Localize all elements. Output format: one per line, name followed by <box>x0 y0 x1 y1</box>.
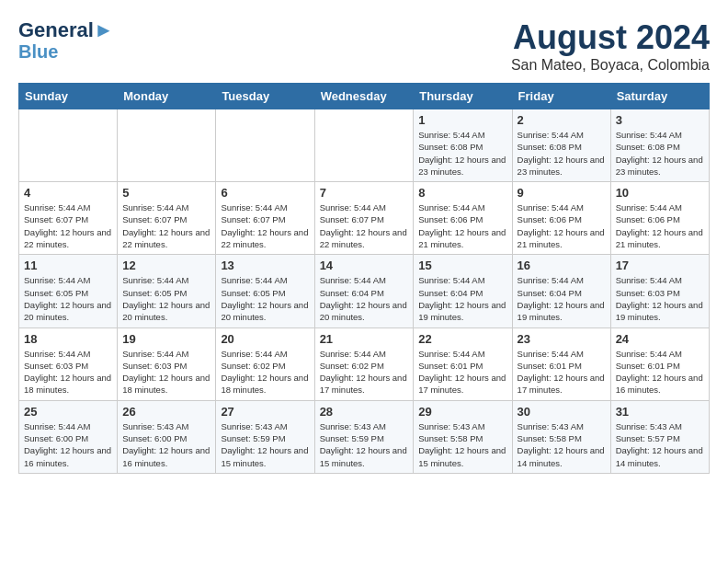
day-info: Sunrise: 5:43 AMSunset: 5:58 PMDaylight:… <box>518 420 606 469</box>
weekday-header-row: SundayMondayTuesdayWednesdayThursdayFrid… <box>19 84 710 109</box>
calendar-cell: 7Sunrise: 5:44 AMSunset: 6:07 PMDaylight… <box>314 182 414 255</box>
calendar-cell: 23Sunrise: 5:44 AMSunset: 6:01 PMDayligh… <box>512 327 610 400</box>
calendar-cell: 4Sunrise: 5:44 AMSunset: 6:07 PMDaylight… <box>19 182 118 255</box>
day-number: 10 <box>616 186 704 200</box>
calendar-cell: 3Sunrise: 5:44 AMSunset: 6:08 PMDaylight… <box>610 109 709 182</box>
day-info: Sunrise: 5:44 AMSunset: 6:05 PMDaylight:… <box>24 274 112 323</box>
day-info: Sunrise: 5:44 AMSunset: 6:08 PMDaylight:… <box>418 129 506 178</box>
day-number: 22 <box>418 332 506 346</box>
calendar-week-4: 18Sunrise: 5:44 AMSunset: 6:03 PMDayligh… <box>19 327 710 400</box>
calendar-cell: 6Sunrise: 5:44 AMSunset: 6:07 PMDaylight… <box>216 182 314 255</box>
calendar-cell: 1Sunrise: 5:44 AMSunset: 6:08 PMDaylight… <box>414 109 512 182</box>
calendar-cell <box>216 109 314 182</box>
day-info: Sunrise: 5:44 AMSunset: 6:02 PMDaylight:… <box>221 348 309 396</box>
page-header: General► Blue August 2024 San Mateo, Boy… <box>18 18 710 74</box>
title-area: August 2024 San Mateo, Boyaca, Colombia <box>511 18 710 74</box>
day-info: Sunrise: 5:44 AMSunset: 6:05 PMDaylight:… <box>122 274 210 323</box>
calendar-cell: 31Sunrise: 5:43 AMSunset: 5:57 PMDayligh… <box>610 400 709 473</box>
calendar-cell: 20Sunrise: 5:44 AMSunset: 6:02 PMDayligh… <box>216 327 314 400</box>
day-number: 11 <box>24 259 112 272</box>
calendar-cell: 18Sunrise: 5:44 AMSunset: 6:03 PMDayligh… <box>19 327 118 400</box>
day-number: 24 <box>616 332 704 346</box>
month-title: August 2024 <box>511 18 710 57</box>
day-info: Sunrise: 5:44 AMSunset: 6:04 PMDaylight:… <box>518 274 606 323</box>
day-info: Sunrise: 5:44 AMSunset: 6:07 PMDaylight:… <box>221 201 309 250</box>
logo-blue-text: Blue <box>18 42 58 61</box>
calendar-cell: 25Sunrise: 5:44 AMSunset: 6:00 PMDayligh… <box>19 400 118 473</box>
day-info: Sunrise: 5:44 AMSunset: 6:08 PMDaylight:… <box>518 129 606 178</box>
calendar-cell: 17Sunrise: 5:44 AMSunset: 6:03 PMDayligh… <box>610 255 709 327</box>
location-subtitle: San Mateo, Boyaca, Colombia <box>511 57 710 74</box>
calendar-cell: 14Sunrise: 5:44 AMSunset: 6:04 PMDayligh… <box>314 255 414 327</box>
weekday-header-friday: Friday <box>512 84 610 109</box>
day-info: Sunrise: 5:43 AMSunset: 5:59 PMDaylight:… <box>320 420 409 469</box>
day-info: Sunrise: 5:44 AMSunset: 6:06 PMDaylight:… <box>616 201 704 250</box>
day-info: Sunrise: 5:44 AMSunset: 6:01 PMDaylight:… <box>616 348 704 396</box>
weekday-header-thursday: Thursday <box>414 84 512 109</box>
calendar-cell: 12Sunrise: 5:44 AMSunset: 6:05 PMDayligh… <box>118 255 216 327</box>
weekday-header-sunday: Sunday <box>19 84 118 109</box>
day-number: 13 <box>221 259 309 272</box>
calendar-week-5: 25Sunrise: 5:44 AMSunset: 6:00 PMDayligh… <box>19 400 710 473</box>
calendar-cell: 28Sunrise: 5:43 AMSunset: 5:59 PMDayligh… <box>314 400 414 473</box>
calendar-cell: 5Sunrise: 5:44 AMSunset: 6:07 PMDaylight… <box>118 182 216 255</box>
calendar-cell <box>19 109 118 182</box>
day-info: Sunrise: 5:44 AMSunset: 6:07 PMDaylight:… <box>24 201 112 250</box>
calendar-cell: 11Sunrise: 5:44 AMSunset: 6:05 PMDayligh… <box>19 255 118 327</box>
calendar-cell: 8Sunrise: 5:44 AMSunset: 6:06 PMDaylight… <box>414 182 512 255</box>
logo-general: General <box>18 18 94 41</box>
day-info: Sunrise: 5:43 AMSunset: 6:00 PMDaylight:… <box>122 420 210 469</box>
day-number: 1 <box>418 113 506 127</box>
day-number: 5 <box>122 186 210 200</box>
day-info: Sunrise: 5:44 AMSunset: 6:00 PMDaylight:… <box>24 420 112 469</box>
day-number: 12 <box>122 259 210 272</box>
day-info: Sunrise: 5:43 AMSunset: 5:59 PMDaylight:… <box>221 420 309 469</box>
day-number: 31 <box>616 405 704 419</box>
day-number: 3 <box>616 113 704 127</box>
day-info: Sunrise: 5:44 AMSunset: 6:05 PMDaylight:… <box>221 274 309 323</box>
day-info: Sunrise: 5:44 AMSunset: 6:01 PMDaylight:… <box>418 348 506 396</box>
day-info: Sunrise: 5:44 AMSunset: 6:03 PMDaylight:… <box>616 274 704 323</box>
day-number: 17 <box>616 259 704 272</box>
day-info: Sunrise: 5:44 AMSunset: 6:07 PMDaylight:… <box>122 201 210 250</box>
day-number: 28 <box>320 405 409 419</box>
calendar-cell: 26Sunrise: 5:43 AMSunset: 6:00 PMDayligh… <box>118 400 216 473</box>
day-info: Sunrise: 5:44 AMSunset: 6:03 PMDaylight:… <box>24 348 112 396</box>
day-info: Sunrise: 5:44 AMSunset: 6:03 PMDaylight:… <box>122 348 210 396</box>
calendar-cell: 13Sunrise: 5:44 AMSunset: 6:05 PMDayligh… <box>216 255 314 327</box>
day-number: 26 <box>122 405 210 419</box>
calendar-cell: 16Sunrise: 5:44 AMSunset: 6:04 PMDayligh… <box>512 255 610 327</box>
day-number: 4 <box>24 186 112 200</box>
logo-text: General► <box>18 18 114 42</box>
weekday-header-monday: Monday <box>118 84 216 109</box>
day-number: 18 <box>24 332 112 346</box>
day-number: 25 <box>24 405 112 419</box>
day-info: Sunrise: 5:44 AMSunset: 6:04 PMDaylight:… <box>418 274 506 323</box>
calendar-week-2: 4Sunrise: 5:44 AMSunset: 6:07 PMDaylight… <box>19 182 710 255</box>
day-info: Sunrise: 5:43 AMSunset: 5:57 PMDaylight:… <box>616 420 704 469</box>
day-number: 2 <box>518 113 606 127</box>
day-number: 9 <box>518 186 606 200</box>
calendar-cell: 21Sunrise: 5:44 AMSunset: 6:02 PMDayligh… <box>314 327 414 400</box>
day-number: 16 <box>518 259 606 272</box>
day-number: 7 <box>320 186 409 200</box>
day-number: 15 <box>418 259 506 272</box>
day-number: 21 <box>320 332 409 346</box>
calendar-table: SundayMondayTuesdayWednesdayThursdayFrid… <box>18 83 710 474</box>
logo-arrow-icon: ► <box>94 18 114 41</box>
weekday-header-tuesday: Tuesday <box>216 84 314 109</box>
calendar-week-3: 11Sunrise: 5:44 AMSunset: 6:05 PMDayligh… <box>19 255 710 327</box>
calendar-week-1: 1Sunrise: 5:44 AMSunset: 6:08 PMDaylight… <box>19 109 710 182</box>
day-info: Sunrise: 5:44 AMSunset: 6:01 PMDaylight:… <box>518 348 606 396</box>
calendar-cell: 29Sunrise: 5:43 AMSunset: 5:58 PMDayligh… <box>414 400 512 473</box>
day-number: 19 <box>122 332 210 346</box>
day-number: 20 <box>221 332 309 346</box>
calendar-cell: 19Sunrise: 5:44 AMSunset: 6:03 PMDayligh… <box>118 327 216 400</box>
calendar-cell: 24Sunrise: 5:44 AMSunset: 6:01 PMDayligh… <box>610 327 709 400</box>
day-info: Sunrise: 5:43 AMSunset: 5:58 PMDaylight:… <box>418 420 506 469</box>
day-info: Sunrise: 5:44 AMSunset: 6:08 PMDaylight:… <box>616 129 704 178</box>
day-info: Sunrise: 5:44 AMSunset: 6:02 PMDaylight:… <box>320 348 409 396</box>
calendar-cell: 27Sunrise: 5:43 AMSunset: 5:59 PMDayligh… <box>216 400 314 473</box>
day-number: 23 <box>518 332 606 346</box>
weekday-header-saturday: Saturday <box>610 84 709 109</box>
